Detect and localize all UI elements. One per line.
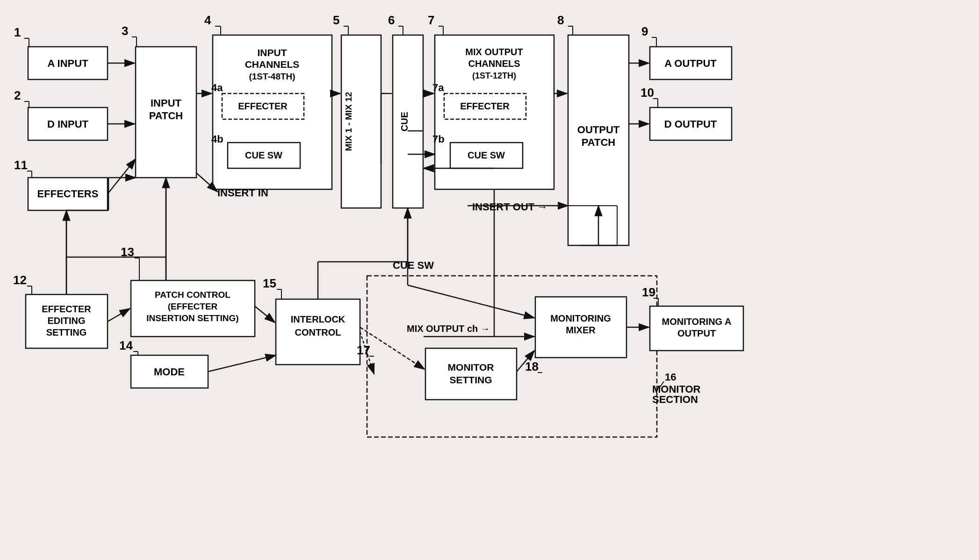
svg-text:PATCH: PATCH	[149, 110, 183, 122]
svg-text:6: 6	[388, 13, 395, 27]
svg-text:MIX 1 - MIX 12: MIX 1 - MIX 12	[344, 92, 353, 151]
svg-text:EFFECTER: EFFECTER	[42, 304, 91, 314]
svg-text:18: 18	[525, 359, 539, 373]
svg-text:CHANNELS: CHANNELS	[468, 58, 520, 69]
svg-text:INTERLOCK: INTERLOCK	[291, 314, 346, 324]
svg-text:(1ST-48TH): (1ST-48TH)	[249, 72, 295, 81]
svg-text:A OUTPUT: A OUTPUT	[664, 57, 717, 69]
svg-text:(1ST-12TH): (1ST-12TH)	[472, 71, 516, 80]
svg-text:9: 9	[641, 24, 648, 38]
svg-text:PATCH CONTROL: PATCH CONTROL	[155, 290, 230, 300]
svg-text:MONITORING: MONITORING	[550, 313, 611, 323]
svg-text:4: 4	[204, 13, 211, 27]
svg-text:SECTION: SECTION	[652, 394, 698, 405]
svg-text:(EFFECTER: (EFFECTER	[168, 302, 218, 311]
svg-text:OUTPUT: OUTPUT	[577, 124, 620, 136]
svg-text:3: 3	[122, 24, 128, 38]
svg-text:4b: 4b	[211, 133, 223, 145]
svg-text:INSERTION SETTING): INSERTION SETTING)	[146, 313, 238, 323]
svg-text:8: 8	[557, 13, 564, 27]
svg-text:INPUT: INPUT	[258, 47, 287, 58]
svg-text:SETTING: SETTING	[46, 327, 87, 337]
svg-text:15: 15	[263, 276, 276, 290]
svg-text:5: 5	[333, 13, 339, 27]
svg-text:CUE SW: CUE SW	[393, 259, 434, 271]
svg-text:INSERT OUT →: INSERT OUT →	[472, 201, 547, 213]
svg-text:7: 7	[428, 13, 434, 27]
diagram-svg: A INPUT D INPUT EFFECTERS INPUT PATCH IN…	[0, 0, 979, 560]
svg-text:MONITOR: MONITOR	[448, 362, 494, 373]
svg-text:SETTING: SETTING	[449, 374, 492, 385]
svg-text:EFFECTER: EFFECTER	[238, 101, 288, 111]
svg-text:4a: 4a	[211, 82, 223, 93]
svg-text:MIXER: MIXER	[566, 325, 596, 335]
svg-text:INSERT IN: INSERT IN	[217, 187, 268, 199]
svg-text:A INPUT: A INPUT	[47, 57, 88, 69]
svg-text:INPUT: INPUT	[151, 97, 182, 109]
svg-text:EDITING: EDITING	[47, 316, 85, 326]
svg-text:CUE SW: CUE SW	[245, 150, 282, 160]
svg-text:PATCH: PATCH	[582, 136, 616, 148]
svg-text:CUE SW: CUE SW	[468, 150, 505, 160]
svg-rect-53	[425, 348, 517, 400]
svg-text:2: 2	[14, 88, 21, 102]
svg-text:EFFECTERS: EFFECTERS	[37, 188, 99, 200]
block-diagram: A INPUT D INPUT EFFECTERS INPUT PATCH IN…	[0, 0, 979, 560]
svg-text:MIX OUTPUT ch →: MIX OUTPUT ch →	[407, 323, 490, 334]
svg-text:10: 10	[641, 86, 654, 100]
svg-text:D OUTPUT: D OUTPUT	[664, 118, 717, 130]
svg-text:1: 1	[14, 25, 21, 39]
svg-text:7a: 7a	[432, 82, 444, 93]
svg-text:MONITORING A: MONITORING A	[662, 316, 732, 327]
svg-text:CHANNELS: CHANNELS	[245, 59, 300, 70]
svg-text:7b: 7b	[432, 133, 445, 145]
svg-text:D INPUT: D INPUT	[47, 118, 89, 130]
svg-text:CUE: CUE	[399, 112, 410, 131]
svg-text:EFFECTER: EFFECTER	[460, 101, 510, 111]
svg-text:MODE: MODE	[154, 366, 185, 378]
svg-text:19: 19	[642, 285, 655, 299]
svg-text:11: 11	[14, 158, 28, 172]
svg-text:MIX OUTPUT: MIX OUTPUT	[465, 47, 523, 57]
svg-text:CONTROL: CONTROL	[295, 327, 341, 337]
svg-text:12: 12	[13, 273, 27, 287]
svg-text:16: 16	[665, 371, 676, 383]
svg-text:OUTPUT: OUTPUT	[677, 328, 716, 338]
svg-text:14: 14	[119, 338, 133, 352]
